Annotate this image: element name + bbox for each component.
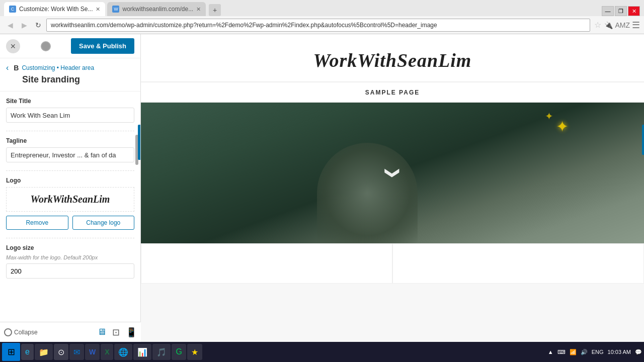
taskbar-app2[interactable]: 🎵: [152, 344, 171, 360]
tab2-favicon: W: [112, 6, 119, 13]
taskbar-outlook[interactable]: ✉: [69, 344, 84, 360]
minimize-btn[interactable]: —: [602, 6, 614, 16]
taskbar-app4[interactable]: ★: [187, 344, 202, 360]
tagline-group: Tagline: [6, 137, 134, 162]
logo-label: Logo: [6, 177, 134, 184]
tab-label: Customize: Work With Se...: [19, 6, 93, 13]
clock: 10:03 AM: [608, 349, 631, 355]
tagline-label: Tagline: [6, 137, 134, 144]
app4-icon: ★: [191, 347, 198, 357]
amz-icon[interactable]: AMZ: [615, 21, 630, 29]
logo-size-group: Logo size Max-width for the logo. Defaul…: [6, 244, 134, 279]
preview-content: WorkWithSeanLim SAMPLE PAGE ✦ ✦ ❯: [141, 34, 644, 284]
ie-icon: e: [25, 347, 30, 356]
taskbar-right: ▲ ⌨ 📶 🔊 ENG 10:03 AM 💬: [548, 349, 642, 355]
logo-preview: WorkWithSeanLim: [6, 187, 134, 212]
systray-up-icon[interactable]: ▲: [548, 349, 553, 355]
preview-header: WorkWithSeanLim: [141, 34, 644, 82]
tagline-input[interactable]: [6, 147, 134, 162]
mobile-view-btn[interactable]: 📱: [126, 327, 137, 338]
preview-area: WorkWithSeanLim SAMPLE PAGE ✦ ✦ ❯: [141, 34, 644, 342]
preview-nav: SAMPLE PAGE: [141, 82, 644, 103]
preview-card-1: [141, 243, 392, 284]
taskbar-excel[interactable]: X: [101, 344, 113, 360]
forward-btn[interactable]: ▶: [18, 19, 30, 31]
close-icon: ✕: [10, 42, 16, 50]
hero-figure: [317, 143, 418, 243]
tab-inactive[interactable]: W workwithseanlim.com/de... ✕: [107, 2, 206, 16]
logo-size-label: Logo size: [6, 244, 134, 251]
word-icon: W: [89, 348, 96, 356]
breadcrumb-path: Customizing • Header area: [22, 64, 94, 71]
title-bar: C Customize: Work With Se... ✕ W workwit…: [0, 0, 644, 16]
logo-size-input[interactable]: [6, 263, 134, 279]
logo-preview-text: WorkWithSeanLim: [13, 194, 128, 205]
site-title-group: Site Title: [6, 98, 134, 123]
star-icon[interactable]: ☆: [594, 20, 601, 30]
collapse-label: Collapse: [14, 329, 38, 336]
desktop-view-btn[interactable]: 🖥: [97, 327, 106, 337]
save-publish-button[interactable]: Save & Publish: [71, 38, 134, 54]
customizer-panel: ✕ Save & Publish ‹ B Customizing • Heade…: [0, 34, 141, 342]
collapse-circle-icon: [4, 328, 12, 336]
back-btn[interactable]: ◀: [4, 19, 16, 31]
address-bar[interactable]: [46, 19, 590, 32]
tablet-view-btn[interactable]: ⊡: [112, 327, 120, 338]
nav-sample-page[interactable]: SAMPLE PAGE: [365, 89, 420, 96]
logo-size-hint: Max-width for the logo. Default 200px: [6, 254, 134, 260]
app1-icon: 📊: [137, 347, 147, 357]
preview-logo: WorkWithSeanLim: [151, 49, 634, 71]
preview-card-2: [392, 243, 644, 284]
remove-logo-button[interactable]: Remove: [6, 216, 68, 230]
restore-btn[interactable]: ❐: [615, 6, 627, 16]
tab2-close[interactable]: ✕: [196, 6, 201, 13]
separator-3: [6, 238, 134, 238]
viewport-highlight: [642, 125, 644, 155]
taskbar-chrome[interactable]: ⊙: [54, 344, 68, 360]
app3-icon: G: [176, 347, 182, 356]
network-icon: 📶: [570, 349, 577, 355]
site-title-label: Site Title: [6, 98, 134, 105]
reload-btn[interactable]: ↻: [32, 19, 44, 31]
taskbar-word[interactable]: W: [85, 344, 100, 360]
new-tab-btn[interactable]: +: [209, 4, 221, 16]
nav-bar: ◀ ▶ ↻ ☆ 🔌 AMZ ☰: [0, 16, 644, 34]
explorer-icon: 📁: [39, 347, 49, 357]
taskbar: ⊞ e 📁 ⊙ ✉ W X 🌐 📊 🎵 G ★ ▲ ⌨ 📶 🔊 ENG 10:0…: [0, 342, 644, 362]
breadcrumb: ‹ B Customizing • Header area: [0, 58, 140, 74]
app2-icon: 🎵: [156, 347, 167, 357]
close-customizer-btn[interactable]: ✕: [6, 39, 20, 53]
change-logo-button[interactable]: Change logo: [72, 216, 135, 230]
tab-active[interactable]: C Customize: Work With Se... ✕: [4, 2, 105, 16]
keyboard-icon: ⌨: [557, 349, 566, 355]
tab2-label: workwithseanlim.com/de...: [122, 6, 193, 13]
taskbar-ie[interactable]: e: [21, 344, 34, 360]
start-button[interactable]: ⊞: [2, 343, 20, 361]
menu-icon[interactable]: ☰: [632, 20, 640, 31]
taskbar-globe[interactable]: 🌐: [114, 344, 132, 360]
sparkle-icon-2: ✦: [545, 110, 553, 122]
tab-close[interactable]: ✕: [96, 6, 100, 13]
volume-icon: 🔊: [581, 349, 588, 355]
preview-cards: [141, 243, 644, 284]
panel-title: Site branding: [0, 74, 140, 92]
breadcrumb-icon: B: [14, 64, 19, 72]
globe-icon: 🌐: [118, 347, 128, 357]
panel-content: Site Title Tagline Logo WorkWithSeanLim …: [0, 92, 140, 342]
taskbar-explorer[interactable]: 📁: [35, 344, 53, 360]
hero-chevron-icon: ❯: [384, 167, 401, 179]
collapse-button[interactable]: Collapse: [4, 328, 38, 336]
outlook-icon: ✉: [73, 347, 80, 357]
panel-top-bar: ✕ Save & Publish: [0, 34, 140, 58]
notification-icon[interactable]: 💬: [635, 349, 642, 355]
taskbar-app3[interactable]: G: [172, 344, 186, 360]
back-arrow-icon[interactable]: ‹: [6, 63, 9, 72]
lang-label: ENG: [592, 349, 604, 355]
separator-1: [6, 131, 134, 131]
site-title-input[interactable]: [6, 108, 134, 123]
status-indicator: [41, 41, 51, 51]
close-btn[interactable]: ✕: [628, 6, 640, 16]
taskbar-app1[interactable]: 📊: [133, 344, 151, 360]
extensions-icon[interactable]: 🔌: [604, 21, 613, 29]
chrome-icon: ⊙: [58, 347, 64, 357]
